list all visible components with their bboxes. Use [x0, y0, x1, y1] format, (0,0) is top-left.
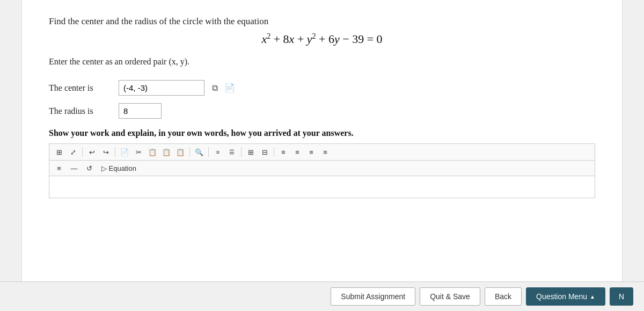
editor-body[interactable]	[49, 176, 595, 198]
editor-toolbar: ⊞ ⤢ ↩ ↪ 📄 ✂ 📋 📋 📋 🔍 ≡ ☰ ⊞ ⊟ ≡ ≡ ≡ ≡	[49, 144, 595, 161]
next-button[interactable]: N	[610, 287, 633, 306]
work-editor: ⊞ ⤢ ↩ ↪ 📄 ✂ 📋 📋 📋 🔍 ≡ ☰ ⊞ ⊟ ≡ ≡ ≡ ≡	[49, 143, 595, 198]
question-title: Find the center and the radius of the ci…	[49, 16, 595, 27]
separator-1	[82, 147, 83, 157]
submit-assignment-button[interactable]: Submit Assignment	[331, 287, 415, 306]
hr-icon[interactable]: —	[68, 162, 80, 174]
equation-text: x2 + 8x + y2 + 6y − 39 = 0	[261, 32, 382, 46]
main-content: Find the center and the radius of the ci…	[21, 0, 623, 281]
align-justify-icon[interactable]: ≡	[319, 146, 332, 158]
quit-save-button[interactable]: Quit & Save	[420, 287, 480, 306]
outdent-icon[interactable]: ⊟	[258, 146, 271, 158]
center-row: The center is ⧉ 📄	[49, 80, 595, 96]
work-prompt: Show your work and explain, in your own …	[49, 128, 595, 138]
back2-icon[interactable]: ↺	[83, 162, 96, 174]
radius-input[interactable]	[119, 103, 162, 119]
align-center-icon[interactable]: ≡	[291, 146, 304, 158]
paste-text-icon[interactable]: 📋	[160, 146, 173, 158]
separator-2	[115, 147, 115, 157]
undo-icon[interactable]: ↩	[85, 146, 98, 158]
question-menu-button[interactable]: Question Menu ▲	[526, 287, 605, 306]
editor-second-bar: ≡ — ↺ ▷ Equation	[49, 161, 595, 176]
equation-button[interactable]: ▷ Equation	[98, 162, 140, 174]
line-icon[interactable]: ≡	[53, 162, 65, 174]
center-label: The center is	[49, 83, 119, 93]
ol-icon[interactable]: ≡	[211, 146, 224, 158]
separator-6	[274, 147, 274, 157]
chevron-up-icon: ▲	[590, 294, 595, 300]
copy-icon[interactable]: 📄	[118, 146, 131, 158]
footer-bar: Submit Assignment Quit & Save Back Quest…	[0, 281, 644, 311]
search-icon[interactable]: 🔍	[193, 146, 206, 158]
cut-icon[interactable]: ✂	[132, 146, 145, 158]
separator-3	[189, 147, 190, 157]
radius-label: The radius is	[49, 106, 119, 116]
redo-icon[interactable]: ↪	[99, 146, 112, 158]
paste-center-icon[interactable]: 📄	[224, 82, 236, 94]
copy-center-icon[interactable]: ⧉	[209, 82, 221, 94]
align-left-icon[interactable]: ≡	[277, 146, 290, 158]
paste-icon[interactable]: 📋	[146, 146, 159, 158]
grid-icon[interactable]: ⊞	[53, 146, 65, 158]
expand-icon[interactable]: ⤢	[67, 146, 79, 158]
center-input[interactable]	[119, 80, 204, 96]
instruction-text: Enter the center as an ordered pair (x, …	[49, 57, 595, 67]
paste-word-icon[interactable]: 📋	[174, 146, 187, 158]
back-button[interactable]: Back	[485, 287, 522, 306]
equation-display: x2 + 8x + y2 + 6y − 39 = 0	[49, 32, 595, 46]
radius-row: The radius is	[49, 103, 595, 119]
indent-icon[interactable]: ⊞	[244, 146, 257, 158]
separator-4	[208, 147, 209, 157]
separator-5	[241, 147, 241, 157]
question-menu-label: Question Menu	[536, 292, 587, 301]
align-right-icon[interactable]: ≡	[305, 146, 318, 158]
center-input-icons: ⧉ 📄	[209, 82, 236, 94]
ul-icon[interactable]: ☰	[225, 146, 238, 158]
